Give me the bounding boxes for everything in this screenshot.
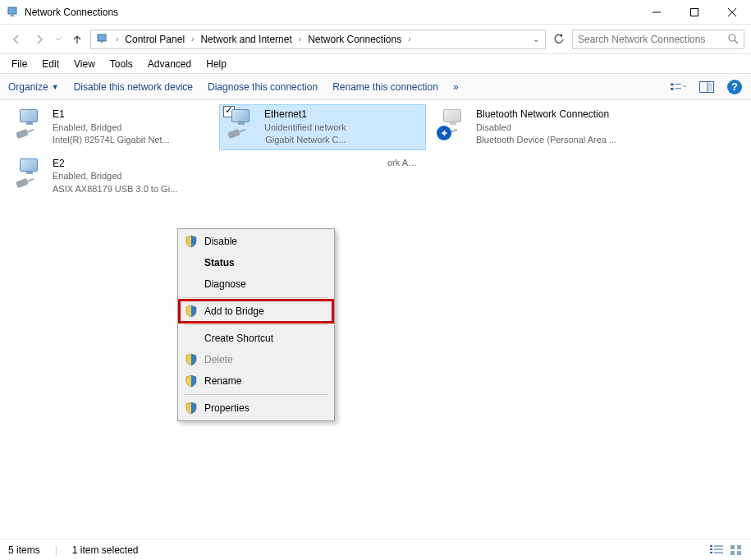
svg-rect-4: [691, 8, 698, 16]
svg-rect-17: [708, 83, 712, 91]
adapter-icon: [13, 108, 46, 140]
shield-icon: [185, 353, 198, 366]
connection-e2[interactable]: E2 Enabled, Bridged ASIX AX88179 USB 3.0…: [8, 154, 213, 199]
statusbar: 5 items | 1 item selected: [0, 539, 751, 560]
ctx-diagnose[interactable]: Diagnose: [180, 273, 332, 295]
chevron-down-icon: ▼: [52, 83, 59, 91]
content-area[interactable]: E1 Enabled, Bridged Intel(R) 82574L Giga…: [0, 100, 751, 539]
svg-rect-1: [11, 14, 13, 16]
recent-dropdown[interactable]: [53, 30, 64, 49]
separator: [185, 297, 327, 298]
shield-icon: [185, 235, 198, 248]
adapter-icon: [225, 108, 258, 140]
connection-name: E1: [53, 108, 170, 122]
chevron-right-icon: ›: [190, 34, 195, 44]
connection-device: ASIX AX88179 USB 3.0 to Gi...: [53, 183, 177, 195]
svg-point-9: [729, 34, 735, 41]
context-menu: Disable Status Diagnose Add to Bridge Cr…: [177, 228, 335, 421]
connection-bridge[interactable]: ork Adapter Multi...: [220, 154, 425, 199]
connection-bluetooth[interactable]: ⌖ Bluetooth Network Connection Disabled …: [432, 105, 637, 149]
connection-e1[interactable]: E1 Enabled, Bridged Intel(R) 82574L Giga…: [8, 105, 213, 149]
breadcrumb-network-internet[interactable]: Network and Internet: [197, 30, 295, 48]
svg-rect-18: [710, 545, 712, 547]
svg-rect-11: [671, 83, 674, 85]
view-options-icon[interactable]: [671, 79, 687, 95]
address-bar[interactable]: › Control Panel › Network and Internet ›…: [90, 30, 546, 49]
bluetooth-icon: ⌖: [437, 126, 451, 140]
chevron-right-icon: ›: [297, 34, 303, 44]
ctx-add-to-bridge[interactable]: Add to Bridge: [180, 301, 332, 322]
status-selected: 1 item selected: [72, 544, 139, 556]
connection-device: Bluetooth Device (Personal Area ...: [476, 134, 616, 146]
ctx-rename[interactable]: Rename: [180, 370, 332, 392]
adapter-icon: ⌖: [437, 108, 469, 140]
menu-tools[interactable]: Tools: [103, 57, 140, 71]
menu-file[interactable]: File: [5, 57, 34, 71]
window-title: Network Connections: [25, 7, 638, 18]
menu-edit[interactable]: Edit: [35, 57, 66, 71]
maximize-button[interactable]: [675, 0, 713, 25]
svg-rect-20: [710, 552, 712, 553]
menu-view[interactable]: View: [67, 57, 102, 71]
close-button[interactable]: [713, 0, 751, 25]
shield-icon: [185, 374, 198, 388]
ctx-create-shortcut[interactable]: Create Shortcut: [180, 328, 332, 349]
ctx-properties[interactable]: Properties: [180, 397, 332, 419]
svg-rect-19: [710, 549, 712, 550]
titlebar: Network Connections: [0, 0, 751, 25]
separator: [185, 394, 327, 395]
shield-icon: [185, 305, 198, 318]
search-input[interactable]: [578, 34, 728, 45]
forward-button[interactable]: [30, 30, 49, 49]
preview-pane-icon[interactable]: [698, 79, 715, 95]
svg-rect-24: [730, 545, 735, 549]
connection-ethernet1[interactable]: Ethernet1 Unidentified network Gigabit N…: [220, 105, 425, 149]
menubar: File Edit View Tools Advanced Help: [0, 54, 751, 74]
search-box[interactable]: [572, 30, 744, 49]
back-button[interactable]: [7, 30, 26, 49]
svg-line-10: [735, 40, 738, 44]
connection-name: E2: [53, 157, 177, 171]
app-icon: [7, 6, 20, 19]
svg-rect-26: [730, 551, 735, 555]
search-icon: [728, 34, 739, 44]
breadcrumb-control-panel[interactable]: Control Panel: [121, 30, 188, 48]
connection-status: Enabled, Bridged: [53, 122, 170, 134]
toolbar: Organize ▼ Disable this network device D…: [0, 74, 751, 100]
svg-rect-0: [8, 7, 16, 14]
breadcrumb-network-connections[interactable]: Network Connections: [305, 30, 405, 48]
svg-rect-27: [737, 551, 741, 555]
menu-advanced[interactable]: Advanced: [141, 57, 198, 71]
details-view-icon[interactable]: [710, 544, 723, 556]
status-count: 5 items: [8, 544, 40, 556]
shield-icon: [185, 402, 198, 415]
refresh-button[interactable]: [549, 30, 569, 48]
svg-rect-2: [10, 16, 15, 16]
toolbar-organize[interactable]: Organize ▼: [8, 81, 59, 93]
menu-help[interactable]: Help: [199, 57, 233, 71]
ctx-disable[interactable]: Disable: [180, 231, 332, 252]
connection-name: Ethernet1: [264, 108, 346, 122]
help-icon[interactable]: ?: [726, 79, 743, 95]
address-dropdown[interactable]: ⌄: [529, 34, 543, 44]
connection-status: Enabled, Bridged: [53, 170, 177, 182]
toolbar-rename[interactable]: Rename this connection: [332, 81, 438, 93]
breadcrumb-root-icon[interactable]: [93, 33, 112, 46]
connection-device: Intel(R) 82574L Gigabit Net...: [53, 134, 170, 146]
ctx-delete: Delete: [180, 349, 332, 370]
adapter-icon: [13, 157, 46, 190]
toolbar-disable[interactable]: Disable this network device: [74, 81, 193, 93]
toolbar-more[interactable]: »: [453, 81, 459, 93]
separator: [185, 324, 327, 325]
address-row: › Control Panel › Network and Internet ›…: [0, 25, 751, 54]
connection-device: ork Adapter Multi...: [387, 157, 420, 169]
connection-device: Gigabit Network C...: [264, 134, 346, 146]
minimize-button[interactable]: [638, 0, 675, 25]
large-icons-view-icon[interactable]: [730, 544, 743, 556]
up-button[interactable]: [67, 30, 87, 49]
chevron-right-icon: ›: [406, 34, 412, 44]
toolbar-diagnose[interactable]: Diagnose this connection: [208, 81, 318, 93]
ctx-status[interactable]: Status: [180, 252, 332, 273]
connection-name: Bluetooth Network Connection: [476, 108, 616, 122]
svg-rect-25: [737, 545, 741, 549]
